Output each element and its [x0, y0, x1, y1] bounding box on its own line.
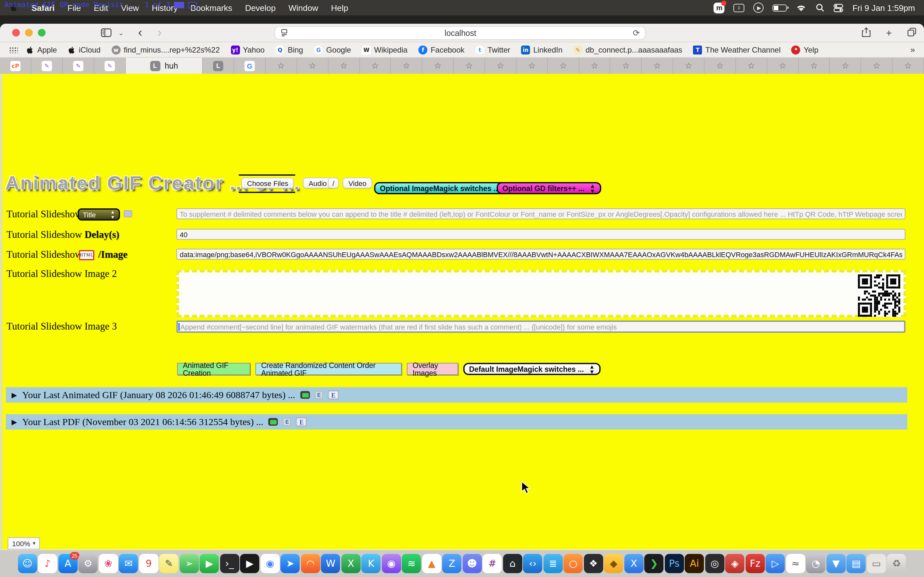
sidebar-toggle-icon[interactable] — [101, 28, 111, 37]
dock-app[interactable]: K — [362, 554, 381, 573]
tab-empty-star[interactable]: ☆ — [642, 58, 674, 74]
wifi-icon[interactable] — [796, 3, 807, 12]
image-datauri-input[interactable] — [176, 249, 905, 259]
email-small-icon[interactable]: E — [315, 391, 323, 399]
menu-bar-clock[interactable]: Fri 9 Jan 1:59pm — [853, 3, 915, 13]
tab-l[interactable]: L — [203, 58, 234, 74]
tab-empty-star[interactable]: ☆ — [454, 58, 485, 74]
tab-empty-star[interactable]: ☆ — [579, 58, 611, 74]
sidebar-chevron-icon[interactable]: ⌄ — [118, 29, 124, 37]
dock-app[interactable]: ≈ — [786, 554, 805, 573]
dock-app[interactable]: ▷ — [766, 554, 785, 573]
bookmark-item[interactable]: y! Yahoo — [228, 45, 267, 54]
overlay-images-button[interactable]: Overlay Images — [407, 363, 458, 375]
tab-active[interactable]: L huh — [126, 58, 203, 74]
back-button[interactable]: ‹ — [138, 26, 142, 40]
dock-app[interactable]: ❀ — [99, 554, 118, 573]
dock-app[interactable]: ◎ — [705, 554, 724, 573]
gif-preview-icon[interactable] — [300, 391, 310, 399]
menu-item[interactable]: Develop — [239, 3, 282, 13]
dock-app[interactable]: ☻ — [463, 554, 482, 573]
dock-app[interactable]: Z — [443, 554, 462, 573]
last-pdf-bar[interactable]: ▶ Your Last PDF (November 03 2021 06:14:… — [6, 414, 907, 430]
dock-app[interactable]: ✉ — [119, 554, 138, 573]
animated-gif-creation-button[interactable]: Animated GIF Creation — [177, 363, 250, 375]
dock-app[interactable]: ‹› — [523, 554, 543, 573]
dock-app[interactable]: ☺ — [18, 554, 37, 573]
tab-empty-star[interactable]: ☆ — [673, 58, 704, 74]
bookmark-item[interactable]: w find_minus....rep+%22s%22 — [109, 45, 222, 54]
tab-empty-star[interactable]: ☆ — [548, 58, 579, 74]
app-status-icon[interactable]: m — [714, 2, 725, 13]
bookmark-item[interactable]: ✎ db_connect.p...aaasaaafaas — [571, 45, 685, 54]
dock-app[interactable]: ›_ — [220, 554, 239, 573]
dock-app[interactable]: ▲ — [422, 554, 441, 573]
close-window-button[interactable] — [12, 29, 20, 37]
dock-app[interactable]: ⚙ — [79, 554, 98, 573]
spotlight-icon[interactable] — [816, 3, 825, 12]
dock-app[interactable]: X — [341, 554, 360, 573]
imagemagick-switches-select[interactable]: Optional ImageMagick switches ...▲▼ — [374, 182, 516, 194]
html-chip-button[interactable]: HTML — [79, 250, 94, 260]
pinned-tab[interactable]: ✎ — [31, 58, 63, 74]
dock-app[interactable]: ⌂ — [503, 554, 522, 573]
play-icon[interactable]: ▶ — [754, 3, 764, 13]
slash-button[interactable]: / — [328, 177, 339, 189]
last-animated-gif-bar[interactable]: ▶ Your Last Animated GIF (January 08 202… — [6, 387, 907, 403]
pinned-tab[interactable]: ✎ — [94, 58, 126, 74]
tab-empty-star[interactable]: ☆ — [861, 58, 893, 74]
bookmark-item[interactable]: iCloud — [65, 45, 103, 54]
dock-app[interactable]: Fz — [746, 554, 765, 573]
bookmark-item[interactable]: T The Weather Channel — [691, 45, 783, 54]
dock-app[interactable]: ▭ — [867, 554, 886, 573]
new-tab-icon[interactable]: + — [886, 27, 892, 39]
dock-app[interactable]: ▶ — [200, 554, 219, 573]
bookmark-item[interactable]: in LinkedIn — [519, 45, 565, 54]
image3-comment-input[interactable] — [176, 321, 905, 333]
dock-app[interactable]: ◉ — [382, 554, 401, 573]
dock-app[interactable]: ◠ — [301, 554, 320, 573]
bookmark-item[interactable]: G Google — [312, 45, 354, 54]
bookmark-item[interactable]: Apple — [24, 45, 59, 54]
dock-app[interactable]: A 25 — [58, 554, 78, 573]
bookmarks-grid-icon[interactable] — [9, 46, 18, 53]
menu-item[interactable]: Window — [282, 3, 325, 13]
dock-app[interactable]: # — [483, 554, 502, 573]
dock-app[interactable]: ◆ — [604, 554, 624, 573]
dock-app[interactable]: ❖ — [584, 554, 603, 573]
tab-empty-star[interactable]: ☆ — [736, 58, 767, 74]
dock-app[interactable]: ♻ — [887, 554, 906, 573]
title-select[interactable]: Title▲▼ — [78, 208, 120, 221]
tab-empty-star[interactable]: ☆ — [391, 58, 423, 74]
bookmark-item[interactable]: * Yelp — [789, 45, 821, 54]
email-envelope-icon[interactable]: E — [296, 417, 307, 426]
tab-empty-star[interactable]: ☆ — [485, 58, 517, 74]
dock-app[interactable]: ◔ — [806, 554, 825, 573]
title-supplement-input[interactable] — [176, 208, 905, 219]
tab-empty-star[interactable]: ☆ — [423, 58, 454, 74]
dock-app[interactable]: ≋ — [402, 554, 421, 573]
email-envelope-icon[interactable]: E — [328, 390, 339, 400]
dock-app[interactable]: X — [624, 554, 644, 573]
dock-app[interactable]: ≣ — [543, 554, 563, 573]
dock-app[interactable]: Ps — [665, 554, 684, 573]
dock-app[interactable]: ❯ — [645, 554, 664, 573]
battery-icon[interactable] — [773, 4, 787, 11]
menu-item[interactable]: Help — [325, 3, 355, 13]
tab-overview-icon[interactable] — [907, 27, 916, 39]
bookmark-item[interactable]: Q Bing — [273, 45, 306, 54]
dock-app[interactable]: ✎ — [160, 554, 179, 573]
dock-app[interactable]: ○ — [564, 554, 583, 573]
dock-app[interactable]: ▤ — [846, 554, 866, 573]
pinned-tab[interactable]: cP — [0, 58, 31, 74]
dock-app[interactable]: ◈ — [725, 554, 745, 573]
tab-empty-star[interactable]: ☆ — [798, 58, 830, 74]
disclosure-triangle-icon[interactable]: ▶ — [11, 391, 17, 399]
choose-files-button[interactable]: Choose Files — [241, 177, 294, 189]
share-icon[interactable] — [861, 27, 871, 39]
video-button[interactable]: Video — [342, 177, 372, 189]
keyboard-icon[interactable]: ⠿ — [734, 3, 745, 12]
tab-empty-star[interactable]: ☆ — [266, 58, 297, 74]
dock-app[interactable]: 9 — [139, 554, 158, 573]
email-small-icon[interactable]: E — [283, 418, 291, 426]
